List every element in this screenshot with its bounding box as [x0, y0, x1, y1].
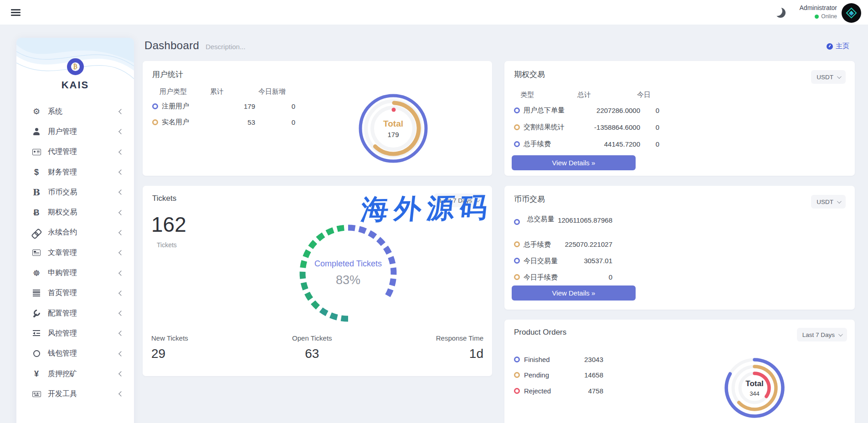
card-title: 期权交易 [514, 69, 545, 80]
life-ring-icon: ☸ [31, 269, 42, 277]
completed-tickets-radial-chart [293, 219, 403, 328]
id-card-icon [31, 149, 42, 155]
breadcrumb-home-link[interactable]: 主页 [827, 42, 849, 51]
product-orders-card: Product Orders Last 7 Days Finished 2304… [504, 320, 855, 423]
sidebar-item-wallet[interactable]: 钱包管理 [16, 344, 134, 364]
chevron-left-icon [118, 149, 123, 154]
table-row: 实名用户 53 0 [152, 114, 295, 130]
series-dot-icon [514, 241, 520, 247]
list-item: Rejected 4758 [514, 383, 603, 399]
user-info[interactable]: Administrator Online [800, 4, 837, 20]
sidebar-item-config[interactable]: 配置管理 [16, 303, 134, 323]
bitcoin-icon: Ƀ [31, 209, 42, 217]
keyboard-icon [31, 391, 42, 397]
chevron-left-icon [118, 392, 123, 397]
sidebar-item-staking[interactable]: ¥质押挖矿 [16, 364, 134, 384]
sidebar-menu: ⚙系统 用户管理 代理管理 $财务管理 B币币交易 Ƀ期权交易 永续合约 文章管… [16, 102, 134, 404]
period-select[interactable]: Last 7 Days [797, 328, 847, 341]
chevron-down-icon [838, 332, 843, 336]
sidebar-item-devtools[interactable]: 开发工具 [16, 384, 134, 404]
product-orders-list: Finished 23043 Pending 14658 Rejected 47… [514, 352, 603, 399]
tickets-count: 162 [151, 212, 186, 237]
circle-icon [31, 350, 42, 357]
chevron-down-icon [837, 74, 842, 79]
brand-name: KAIS [16, 79, 134, 91]
online-status: Online [800, 13, 837, 20]
period-select[interactable]: Last 7 Days [434, 194, 484, 207]
chevron-left-icon [118, 190, 123, 195]
sidebar-item-system[interactable]: ⚙系统 [16, 102, 134, 122]
avatar[interactable] [842, 3, 861, 23]
stat-new-tickets: New Tickets 29 [151, 334, 188, 361]
chevron-left-icon [118, 290, 123, 296]
newspaper-icon [31, 250, 42, 256]
brand-logo-icon: ₿ [67, 58, 84, 75]
page-subtitle: Description... [205, 43, 246, 51]
outdent-icon [31, 330, 42, 336]
sidebar-item-subscription[interactable]: ☸申购管理 [16, 263, 134, 283]
wrench-icon [31, 310, 42, 317]
online-dot-icon [815, 15, 819, 19]
table-row: 总手续费 44145.7200 0 [514, 136, 659, 153]
sidebar-item-homepage[interactable]: 首页管理 [16, 283, 134, 303]
view-details-button[interactable]: View Details » [512, 155, 636, 170]
gear-icon: ⚙ [31, 107, 42, 116]
card-title: 币币交易 [514, 194, 545, 204]
home-link-label: 主页 [836, 42, 849, 51]
view-details-button[interactable]: View Details » [512, 285, 636, 301]
tickets-count-label: Tickets [157, 241, 177, 249]
sidebar-item-risk[interactable]: 风控管理 [16, 323, 134, 343]
chevron-left-icon [118, 371, 123, 376]
sidebar-item-finance[interactable]: $财务管理 [16, 162, 134, 182]
b-coin-icon: B [31, 188, 42, 197]
sidebar-item-perpetual[interactable]: 永续合约 [16, 223, 134, 243]
chevron-left-icon [118, 169, 123, 174]
brand-avatar-icon [846, 7, 857, 18]
table-header: 用户类型 累计 今日新增 [152, 85, 295, 98]
tachometer-icon [827, 43, 833, 50]
options-table: 类型 总计 今日 用户总下单量 2207286.0000 0 交割结果统计 -1… [514, 87, 659, 153]
card-title: Product Orders [514, 328, 566, 337]
bars-icon [31, 290, 42, 296]
table-row: 注册用户 179 0 [152, 98, 295, 114]
chevron-left-icon [118, 311, 123, 316]
sidebar-item-spot-trading[interactable]: B币币交易 [16, 182, 134, 202]
list-item: 总交易量 120611065.87968 [514, 213, 612, 236]
list-item: 今日手续费 0 [514, 269, 612, 285]
user-icon [31, 128, 42, 135]
top-bar: Administrator Online [0, 0, 868, 25]
sidebar-item-options-trading[interactable]: Ƀ期权交易 [16, 202, 134, 222]
sidebar-item-articles[interactable]: 文章管理 [16, 243, 134, 263]
currency-select[interactable]: USDT [811, 195, 846, 209]
tickets-stats-row: New Tickets 29 Open Tickets 63 Response … [151, 334, 483, 361]
user-total-donut-chart: Total 179 [354, 90, 432, 167]
hamburger-menu-icon[interactable] [11, 9, 21, 16]
chevron-left-icon [118, 250, 123, 255]
chevron-left-icon [118, 129, 123, 134]
series-dot-icon [514, 372, 520, 378]
sidebar-item-agents[interactable]: 代理管理 [16, 142, 134, 162]
sidebar-item-users[interactable]: 用户管理 [16, 122, 134, 142]
user-stats-table: 用户类型 累计 今日新增 注册用户 179 0 实名用户 53 0 [152, 85, 295, 130]
chevron-down-icon [837, 199, 842, 204]
series-dot-icon [514, 141, 520, 147]
tickets-card: Tickets Last 7 Days 162 Tickets Complete… [143, 186, 492, 376]
chevron-down-icon [476, 198, 480, 202]
table-row: 用户总下单量 2207286.0000 0 [514, 102, 659, 119]
series-dot-icon [514, 258, 520, 264]
currency-select[interactable]: USDT [811, 70, 846, 84]
series-dot-icon [152, 103, 158, 109]
product-orders-donut-chart: Total 344 [716, 349, 793, 423]
series-dot-icon [514, 274, 520, 280]
series-dot-icon [514, 357, 520, 362]
stat-response-time: Response Time 1d [436, 334, 483, 361]
chevron-left-icon [118, 210, 123, 215]
sidebar: ₿ KAIS ⚙系统 用户管理 代理管理 $财务管理 B币币交易 Ƀ期权交易 永… [16, 38, 134, 423]
dollar-icon: $ [31, 168, 42, 176]
page-title: Dashboard [144, 39, 199, 52]
spot-stats-list: 总交易量 120611065.87968 总手续费 225070.221027 … [514, 213, 612, 285]
dark-mode-moon-icon[interactable] [776, 8, 786, 18]
chevron-left-icon [118, 331, 123, 336]
page-header: Dashboard Description... [144, 39, 246, 52]
online-label: Online [821, 13, 837, 20]
